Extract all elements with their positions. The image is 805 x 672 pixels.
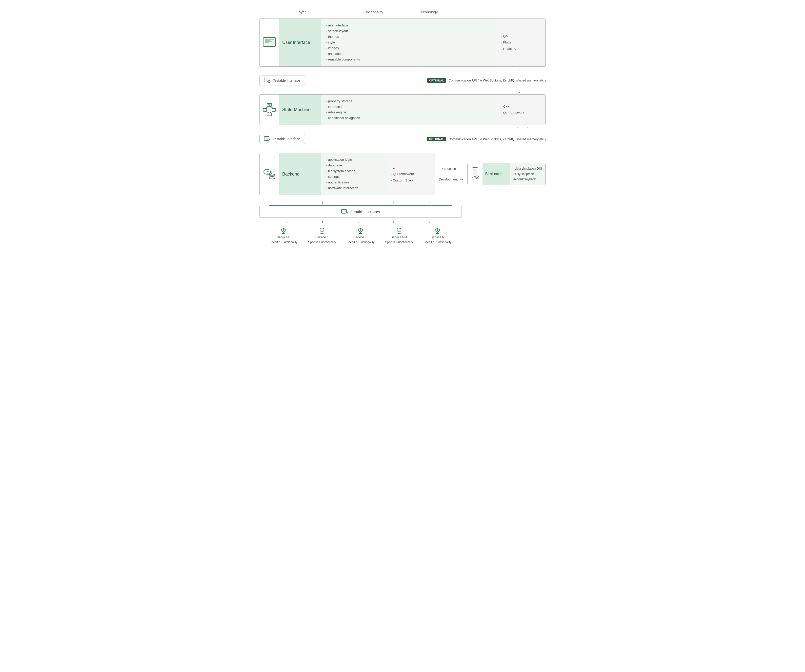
down-arr-3: ↓ <box>357 218 359 224</box>
svg-point-9 <box>270 46 271 48</box>
svg-rect-4 <box>265 40 269 41</box>
sm-func-3: · conditional navigation <box>326 115 491 121</box>
backend-func-0: · application logic <box>326 157 381 163</box>
arrow-connector-4: ↓ <box>259 146 546 153</box>
down-arrow-1: ↓ <box>518 88 521 94</box>
backend-technology-area: · C++ · Qt Framework · Custom Stack <box>386 153 435 195</box>
up-arr-1: ↑ <box>286 200 288 205</box>
ui-layer-name: User Interface <box>279 19 321 66</box>
down-arrow-2: ↓ <box>518 146 521 153</box>
ui-layer-icon <box>263 37 276 48</box>
service-n1-label: Service N-1 <box>391 235 407 239</box>
backend-tech-1: · Qt Framework <box>391 171 430 177</box>
ui-layer-name-text: User Interface <box>282 40 310 45</box>
service-dots-label: Service ... <box>353 235 368 239</box>
ui-technology-area: · QML · Flutter · ReactJS <box>496 19 545 66</box>
svg-point-7 <box>265 46 266 48</box>
optional-comm-1: OPTIONAL Communication API (i.e WebSocke… <box>427 78 546 83</box>
backend-tech-0: · C++ <box>391 165 430 171</box>
statemachine-name-text: State Machine <box>282 107 310 112</box>
up-arrow-2a: ↑ <box>517 125 519 131</box>
sim-feature-0: · data simulation GUI <box>513 166 542 171</box>
down-arr-4: ↓ <box>393 218 395 224</box>
svg-rect-11 <box>265 79 268 81</box>
updown-2: ↑ <box>321 200 324 205</box>
ui-tech-0: · QML <box>501 33 540 39</box>
down-arr-5: ↓ <box>428 218 430 224</box>
ui-func-5: · animation <box>326 51 491 57</box>
sim-feature-2: ·record/playback <box>513 177 542 182</box>
svg-rect-23 <box>265 137 268 139</box>
arrow-connector-1: ↑ <box>259 67 546 73</box>
backend-tech-2: · Custom Stack <box>391 177 430 184</box>
updown-3: ↑ <box>357 200 359 205</box>
sim-feature-1: · fully-scriptable <box>513 172 542 177</box>
svg-rect-37 <box>342 210 346 212</box>
testable-label-2: Testable Interface <box>273 137 300 141</box>
sm-tech-1: · Qt Framework <box>501 110 540 116</box>
production-arrow-row: Production ← <box>440 166 462 172</box>
backend-layer-block: Backend · application logic · database ·… <box>259 153 435 195</box>
testable-interfaces-area: ↑ ↑ ↑ ↑ ↑ <box>259 200 462 224</box>
sm-func-2: · rules engine <box>326 110 491 115</box>
svg-line-20 <box>265 111 269 113</box>
simulator-features-area: · data simulation GUI · fully-scriptable… <box>510 163 545 185</box>
simulator-name-area: Simluator <box>483 163 510 185</box>
statemachine-layer-block: SM State Machine · property storage · in… <box>259 94 546 125</box>
updown-4: ↑ <box>393 200 395 205</box>
ui-func-3: · style <box>326 40 491 45</box>
ui-icon-area <box>260 19 279 66</box>
service-n1-icon <box>396 227 402 234</box>
updown-1: ↑ <box>286 200 288 205</box>
service-dots-icon <box>357 227 364 234</box>
backend-func-2: · file system access <box>326 168 381 174</box>
up-arr-2: ↑ <box>321 200 324 205</box>
statemachine-functionality-area: · property storage · interaction · rules… <box>321 95 496 125</box>
sm-tech-0: · C++ <box>501 104 540 110</box>
optional-badge-1: OPTIONAL <box>427 78 446 83</box>
service-n1: Service N-1 Specific Functionality <box>385 227 413 244</box>
downarrow-4: ↓ <box>393 218 395 224</box>
optional-badge-2: OPTIONAL <box>427 137 446 141</box>
backend-func-5: · hardware interaction <box>326 186 381 191</box>
backend-func-3: · settings <box>326 174 381 180</box>
up-arr-4: ↑ <box>393 200 395 205</box>
statemachine-technology-area: · C++ · Qt Framework <box>496 95 545 125</box>
arrow-connector-2: ↓ <box>259 88 546 94</box>
up-arrow-1: ↑ <box>518 67 521 73</box>
service-1-icon <box>319 227 325 234</box>
statemachine-icon-area: SM <box>260 95 279 125</box>
testable-icon-1 <box>264 78 270 83</box>
functionality-header: Functionality <box>343 10 402 14</box>
downarrow-2: ↓ <box>321 218 324 224</box>
development-arrow-row: Development → <box>439 176 464 182</box>
downarrow-3: ↓ <box>357 218 359 224</box>
service-0-icon <box>280 227 287 234</box>
svg-rect-15 <box>263 108 267 111</box>
prod-dev-arrows: Production ← Development → <box>435 166 467 182</box>
ui-layer-block: User Interface · user interface · screen… <box>259 18 546 67</box>
ui-func-6: · reusable components <box>326 57 491 62</box>
service-n-label: Service N <box>430 235 445 239</box>
comm-api-text-2: Communication API (i.e WebSockets, ZeroM… <box>449 137 546 141</box>
down-arrows-row: ↓ ↓ ↓ ↓ ↓ <box>259 218 457 224</box>
testable-label-1: Testable Interface <box>273 79 300 82</box>
simulator-icon-area <box>468 163 483 185</box>
service-n: Service N Specific Functionality <box>424 227 452 244</box>
right-arrow-development: → <box>459 176 464 182</box>
testable-interfaces-box: Testable Interfaces <box>259 206 462 218</box>
simulator-block: Simluator · data simulation GUI · fully-… <box>467 163 546 185</box>
service-0: Service 0 Specific Functionality <box>269 227 297 244</box>
testable-interfaces-label: Testable Interfaces <box>351 210 380 214</box>
svg-point-35 <box>476 176 479 179</box>
down-arr-1: ↓ <box>286 218 288 224</box>
backend-layer-name: Backend <box>279 153 321 195</box>
svg-line-21 <box>269 111 274 113</box>
testable-row-1: Testable Interface OPTIONAL Communicatio… <box>259 76 546 85</box>
ui-tech-1: · Flutter <box>501 39 540 46</box>
column-headers: Layer Functionality Technology <box>259 10 546 14</box>
service-n-icon <box>434 227 441 234</box>
service-0-sub: Specific Functionality <box>269 240 297 244</box>
ui-functionality-area: · user interface · screen layout · theme… <box>321 19 496 66</box>
service-1-sub: Specific Functionality <box>308 240 336 244</box>
